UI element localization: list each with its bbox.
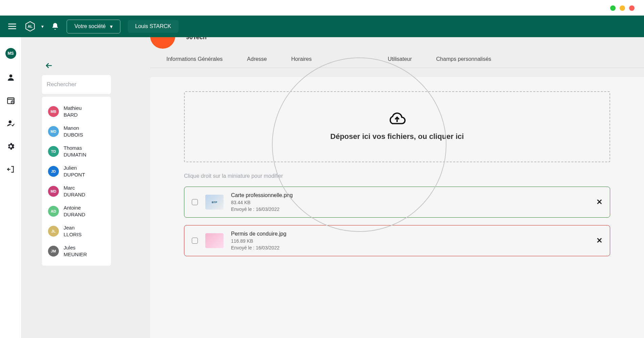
company-selector-button[interactable]: Votre société ▾: [67, 20, 120, 33]
person-item[interactable]: ADAntoineDURAND: [42, 201, 111, 221]
tab-address[interactable]: Adresse: [247, 54, 267, 64]
person-name: JulienDUPONT: [64, 165, 85, 178]
person-avatar: AD: [48, 206, 59, 217]
bell-icon[interactable]: [51, 22, 59, 30]
person-avatar: JM: [48, 246, 59, 257]
tab-custom[interactable]: Champs personnalisés: [436, 54, 491, 64]
tab-user[interactable]: Utilisateur: [388, 54, 412, 64]
file-thumbnail[interactable]: [205, 233, 224, 248]
file-size: 83.44 KB: [231, 200, 589, 205]
person-avatar: JL: [48, 226, 59, 237]
person-item[interactable]: MDMarcDURAND: [42, 181, 111, 201]
svg-line-9: [13, 102, 13, 102]
person-icon[interactable]: [6, 73, 15, 82]
person-name: JeanLLORIS: [64, 224, 82, 238]
window-close-dot[interactable]: [629, 5, 635, 11]
file-dropzone[interactable]: Déposer ici vos fichiers, ou cliquer ici: [184, 91, 610, 162]
menu-icon[interactable]: [7, 22, 17, 31]
person-item[interactable]: JLJeanLLORIS: [42, 221, 111, 241]
search-placeholder: Rechercher: [47, 81, 76, 88]
dropzone-text: Déposer ici vos fichiers, ou cliquer ici: [330, 132, 464, 141]
person-item[interactable]: MDManonDUBOIS: [42, 121, 111, 141]
chevron-down-icon: ▾: [110, 23, 113, 30]
people-list: MBMathieuBARDMDManonDUBOISTDThomasDUMATI…: [42, 97, 111, 266]
person-name: MathieuBARD: [64, 105, 82, 118]
org-logo: [150, 37, 175, 49]
file-sent-date: Envoyé le : 16/03/2022: [231, 245, 589, 250]
person-name: MarcDURAND: [64, 185, 85, 198]
file-size: 116.89 KB: [231, 238, 589, 244]
file-thumbnail[interactable]: BTP: [205, 195, 224, 210]
person-item[interactable]: JDJulienDUPONT: [42, 161, 111, 181]
person-avatar: MB: [48, 106, 59, 117]
person-item[interactable]: TDThomasDUMATIN: [42, 141, 111, 161]
person-check-icon[interactable]: [6, 119, 15, 128]
chevron-down-icon[interactable]: ▾: [41, 24, 44, 29]
tabs: Informations Générales Adresse Horaires …: [150, 51, 644, 68]
person-avatar: MD: [48, 186, 59, 197]
person-avatar: TD: [48, 146, 59, 157]
tab-general[interactable]: Informations Générales: [166, 54, 223, 64]
gear-icon[interactable]: [6, 142, 15, 151]
file-checkbox[interactable]: [192, 238, 198, 244]
file-info: Permis de conduire.jpg116.89 KBEnvoyé le…: [231, 231, 589, 250]
current-user-avatar[interactable]: MS: [5, 48, 16, 59]
person-item[interactable]: JMJulesMEUNIER: [42, 241, 111, 261]
nav-sidebar: MS: [0, 37, 22, 338]
person-name: ThomasDUMATIN: [64, 145, 86, 158]
file-info: Carte professionnelle.png83.44 KBEnvoyé …: [231, 192, 589, 212]
people-panel: Rechercher MBMathieuBARDMDManonDUBOISTDT…: [42, 37, 111, 338]
file-checkbox[interactable]: [192, 199, 198, 205]
person-name: ManonDUBOIS: [64, 125, 83, 138]
app-logo-text: AL: [28, 24, 33, 28]
cloud-upload-icon: [387, 113, 407, 127]
company-selector-label: Votre société: [74, 23, 106, 29]
window-controls: [610, 5, 635, 11]
person-avatar: MD: [48, 126, 59, 137]
person-avatar: JD: [48, 166, 59, 177]
search-input[interactable]: Rechercher: [42, 75, 111, 94]
org-name: 90Tech: [186, 37, 207, 41]
current-user-initials: MS: [8, 51, 14, 56]
calendar-clock-icon[interactable]: [6, 96, 15, 105]
current-user-name: Louis STARCK: [135, 23, 171, 29]
logout-icon[interactable]: [6, 165, 15, 174]
file-row: BTPCarte professionnelle.png83.44 KBEnvo…: [184, 187, 610, 218]
svg-point-10: [8, 120, 12, 123]
main-panel: 90Tech Informations Générales Adresse Ho…: [130, 37, 644, 338]
app-logo[interactable]: AL: [24, 21, 36, 32]
svg-point-4: [9, 74, 12, 77]
content: Rechercher MBMathieuBARDMDManonDUBOISTDT…: [22, 37, 644, 338]
tab-hours[interactable]: Horaires: [291, 54, 312, 64]
back-arrow-icon[interactable]: [45, 62, 54, 70]
person-name: AntoineDURAND: [64, 204, 85, 218]
window-minimize-dot[interactable]: [610, 5, 616, 11]
topbar: AL ▾ Votre société ▾ Louis STARCK: [0, 16, 644, 37]
documents-card: Déposer ici vos fichiers, ou cliquer ici…: [150, 77, 644, 338]
person-name: JulesMEUNIER: [64, 244, 87, 258]
window-maximize-dot[interactable]: [620, 5, 625, 11]
file-sent-date: Envoyé le : 16/03/2022: [231, 207, 589, 212]
file-row: Permis de conduire.jpg116.89 KBEnvoyé le…: [184, 225, 610, 256]
file-name: Permis de conduire.jpg: [231, 231, 589, 237]
thumbnail-hint: Clique droit sur la miniature pour modif…: [184, 173, 610, 179]
person-item[interactable]: MBMathieuBARD: [42, 101, 111, 121]
current-user-chip[interactable]: Louis STARCK: [128, 20, 179, 33]
close-icon[interactable]: ✕: [596, 198, 602, 207]
file-name: Carte professionnelle.png: [231, 192, 589, 198]
close-icon[interactable]: ✕: [596, 236, 602, 245]
